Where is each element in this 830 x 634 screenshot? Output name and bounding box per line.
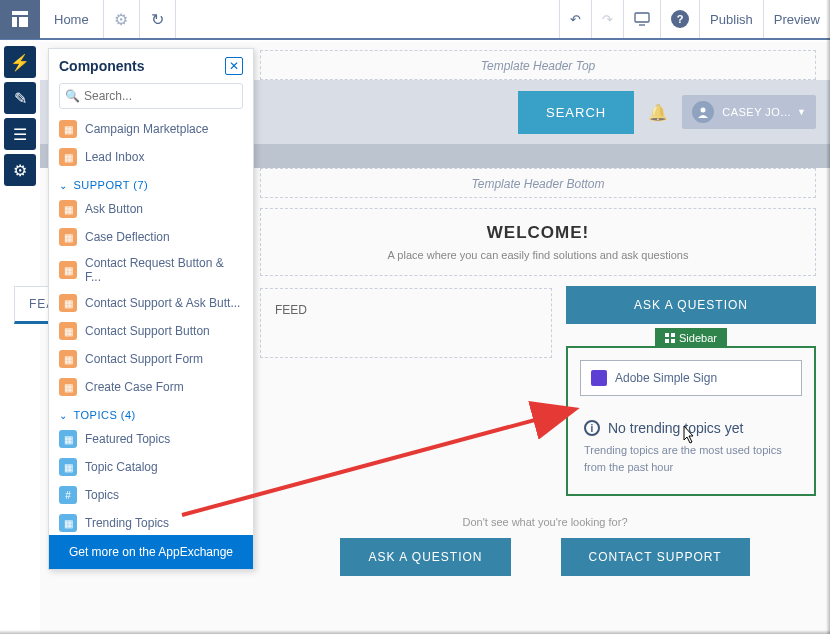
left-rail: ⚡ ✎ ☰ ⚙ — [0, 42, 40, 190]
panel-title: Components — [59, 58, 225, 74]
gear-icon[interactable]: ⚙ — [104, 0, 140, 38]
template-header-top-region[interactable]: Template Header Top — [260, 50, 816, 80]
component-item[interactable]: ▦Ask Button — [49, 195, 253, 223]
rail-pages-icon[interactable]: ☰ — [4, 118, 36, 150]
component-search: 🔍 — [59, 83, 243, 109]
component-item[interactable]: #Topics — [49, 481, 253, 509]
component-item[interactable]: ▦Featured Topics — [49, 425, 253, 453]
feed-region[interactable]: FEED — [260, 288, 552, 358]
refresh-icon[interactable]: ↻ — [140, 0, 176, 38]
welcome-title: WELCOME! — [275, 223, 801, 243]
component-item[interactable]: ▦Create Case Form — [49, 373, 253, 401]
appexchange-link[interactable]: Get more on the AppExchange — [49, 535, 253, 569]
search-input[interactable] — [59, 83, 243, 109]
component-item[interactable]: ▦Contact Support Button — [49, 317, 253, 345]
component-item[interactable]: ▦Trending Topics — [49, 509, 253, 535]
bottom-ask-button[interactable]: ASK A QUESTION — [340, 538, 510, 576]
adobe-icon — [591, 370, 607, 386]
cursor-icon — [678, 424, 698, 451]
svg-rect-2 — [19, 17, 28, 27]
rail-components-icon[interactable]: ⚡ — [4, 46, 36, 78]
template-header-bottom-region[interactable]: Template Header Bottom — [260, 168, 816, 198]
sidebar-region-tag[interactable]: Sidebar — [655, 328, 727, 348]
bottom-contact-button[interactable]: CONTACT SUPPORT — [561, 538, 750, 576]
notification-bell-icon[interactable]: 🔔 — [648, 103, 668, 122]
desktop-icon[interactable] — [623, 0, 660, 38]
close-icon[interactable]: ✕ — [225, 57, 243, 75]
svg-rect-0 — [12, 11, 28, 15]
rail-settings-icon[interactable]: ⚙ — [4, 154, 36, 186]
group-support[interactable]: ⌄SUPPORT (7) — [49, 171, 253, 195]
rail-theme-icon[interactable]: ✎ — [4, 82, 36, 114]
info-icon: i — [584, 420, 600, 436]
search-button[interactable]: SEARCH — [518, 91, 634, 134]
sidebar-drop-zone[interactable]: Adobe Simple Sign i No trending topics y… — [566, 346, 816, 496]
group-topics[interactable]: ⌄TOPICS (4) — [49, 401, 253, 425]
component-item[interactable]: ▦Contact Support Form — [49, 345, 253, 373]
dropped-label: Adobe Simple Sign — [615, 371, 717, 385]
publish-button[interactable]: Publish — [699, 0, 763, 38]
welcome-region[interactable]: WELCOME! A place where you can easily fi… — [260, 208, 816, 276]
components-panel: Components ✕ 🔍 ▦Campaign Marketplace ▦Le… — [48, 48, 254, 570]
svg-rect-8 — [665, 339, 669, 343]
dropped-component[interactable]: Adobe Simple Sign — [580, 360, 802, 396]
region-label: Template Header Bottom — [261, 169, 815, 199]
app-icon[interactable] — [0, 0, 40, 39]
component-item[interactable]: ▦Topic Catalog — [49, 453, 253, 481]
region-label: Template Header Top — [261, 51, 815, 81]
redo-icon[interactable]: ↷ — [591, 0, 623, 38]
shadow-decoration — [0, 630, 830, 634]
breadcrumb-home[interactable]: Home — [40, 0, 104, 38]
notopics-title: No trending topics yet — [608, 420, 743, 436]
component-item[interactable]: ▦Contact Request Button & F... — [49, 251, 253, 289]
user-menu[interactable]: CASEY JO... ▼ — [682, 95, 816, 129]
component-item[interactable]: ▦Case Deflection — [49, 223, 253, 251]
bottom-helper-text: Don't see what you're looking for? — [260, 516, 830, 528]
username-label: CASEY JO... — [722, 106, 791, 118]
chevron-down-icon: ▼ — [797, 107, 806, 117]
svg-rect-3 — [635, 13, 649, 22]
svg-rect-9 — [671, 339, 675, 343]
component-item[interactable]: ▦Contact Support & Ask Butt... — [49, 289, 253, 317]
component-item[interactable]: ▦Lead Inbox — [49, 143, 253, 171]
svg-rect-6 — [665, 333, 669, 337]
svg-point-5 — [701, 108, 706, 113]
svg-rect-1 — [12, 17, 17, 27]
ask-question-button[interactable]: ASK A QUESTION — [566, 286, 816, 324]
component-item[interactable]: ▦Campaign Marketplace — [49, 115, 253, 143]
svg-rect-7 — [671, 333, 675, 337]
undo-icon[interactable]: ↶ — [559, 0, 591, 38]
avatar-icon — [692, 101, 714, 123]
search-icon: 🔍 — [65, 89, 80, 103]
panel-scroll[interactable]: ▦Campaign Marketplace ▦Lead Inbox ⌄SUPPO… — [49, 115, 253, 535]
preview-button[interactable]: Preview — [763, 0, 830, 38]
shadow-decoration — [826, 0, 830, 634]
help-icon[interactable]: ? — [660, 0, 699, 38]
chevron-down-icon: ⌄ — [59, 180, 68, 191]
chevron-down-icon: ⌄ — [59, 410, 68, 421]
grid-icon — [665, 333, 675, 343]
welcome-subtitle: A place where you can easily find soluti… — [275, 249, 801, 261]
top-toolbar: Home ⚙ ↻ ↶ ↷ ? Publish Preview — [0, 0, 830, 40]
